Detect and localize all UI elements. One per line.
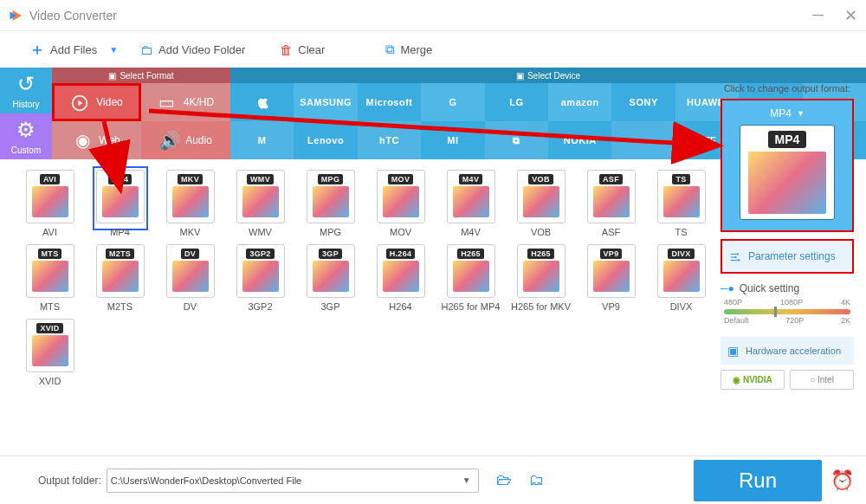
device-header-label: Select Device bbox=[527, 71, 580, 81]
format-item-avi[interactable]: AVIAVI bbox=[16, 170, 84, 237]
clear-label: Clear bbox=[298, 43, 325, 56]
format-badge: VP9 bbox=[600, 249, 623, 259]
format-file-icon: VOB bbox=[517, 170, 565, 223]
audio-category[interactable]: 🔊 Audio bbox=[141, 121, 230, 159]
slider-handle[interactable] bbox=[774, 307, 777, 317]
device-brand-Lenovo[interactable]: Lenovo bbox=[294, 121, 357, 159]
format-item-asf[interactable]: ASFASF bbox=[577, 170, 645, 237]
format-file-icon: VP9 bbox=[587, 244, 636, 298]
device-brand-MI[interactable]: MI bbox=[421, 121, 484, 159]
chip-icon: ▣ bbox=[727, 344, 739, 358]
format-item-3gp[interactable]: 3GP3GP bbox=[296, 244, 365, 312]
history-tab[interactable]: ↺ History bbox=[0, 68, 52, 113]
thumbnail-icon bbox=[593, 261, 630, 292]
format-badge: H265 bbox=[457, 249, 484, 259]
format-file-icon: DIVX bbox=[657, 244, 706, 298]
quality-bar[interactable] bbox=[724, 309, 850, 314]
format-item-mpg[interactable]: MPGMPG bbox=[296, 170, 365, 237]
device-brand-LG[interactable]: LG bbox=[485, 83, 548, 121]
format-badge: DIVX bbox=[668, 249, 694, 259]
device-brand-G[interactable]: G bbox=[421, 83, 484, 121]
intel-chip[interactable]: ○ Intel bbox=[790, 370, 854, 390]
format-file-icon: MP4 bbox=[96, 170, 145, 223]
format-item-divx[interactable]: DIVXDIVX bbox=[647, 244, 715, 312]
device-brand-⧉[interactable]: ⧉ bbox=[485, 121, 548, 159]
chevron-down-icon[interactable]: ▼ bbox=[109, 45, 118, 55]
format-item-xvid[interactable]: XVIDXVID bbox=[16, 319, 84, 386]
bottom-bar: Output folder: C:\Users\WonderFox\Deskto… bbox=[0, 456, 866, 504]
chevron-down-icon[interactable]: ▼ bbox=[459, 475, 475, 485]
hd-label: 4K/HD bbox=[184, 96, 214, 108]
quality-slider[interactable]: 480P 1080P 4K Default 720P 2K bbox=[724, 298, 850, 325]
format-item-m4v[interactable]: M4VM4V bbox=[436, 170, 505, 237]
hardware-acceleration-label: Hardware acceleration bbox=[746, 346, 841, 356]
output-format-card[interactable]: MP4 ▼ MP4 bbox=[721, 99, 854, 232]
format-file-icon: XVID bbox=[26, 319, 74, 372]
minimize-button[interactable]: ─ bbox=[812, 6, 824, 25]
main-toolbar: ＋ Add Files ▼ 🗀 Add Video Folder 🗑 Clear… bbox=[0, 31, 866, 68]
format-item-mov[interactable]: MOVMOV bbox=[366, 170, 435, 237]
format-item-h265-for-mp4[interactable]: H265H265 for MP4 bbox=[436, 244, 505, 312]
quick-setting-label: Quick setting bbox=[740, 282, 799, 294]
format-item-vob[interactable]: VOBVOB bbox=[507, 170, 575, 237]
format-item-h265-for-mkv[interactable]: H265H265 for MKV bbox=[507, 244, 575, 312]
format-badge: MP4 bbox=[108, 174, 132, 184]
device-brand-SAMSUNG[interactable]: SAMSUNG bbox=[294, 83, 357, 121]
quality-label: Default bbox=[724, 316, 749, 325]
app-title: Video Converter bbox=[29, 9, 117, 23]
device-brand-apple[interactable] bbox=[611, 121, 675, 159]
format-caption: MKV bbox=[156, 227, 224, 237]
format-file-icon: M2TS bbox=[96, 244, 145, 298]
device-brand-SONY[interactable]: SONY bbox=[611, 83, 675, 121]
format-item-wmv[interactable]: WMVWMV bbox=[226, 170, 294, 237]
format-badge: 3GP bbox=[319, 249, 342, 259]
device-header-icon: ▣ bbox=[516, 71, 524, 81]
add-folder-button[interactable]: 🗀 Add Video Folder bbox=[140, 42, 245, 57]
chevron-down-icon[interactable]: ▼ bbox=[797, 109, 805, 118]
alarm-button[interactable]: ⏰ bbox=[830, 469, 854, 492]
device-brand-M[interactable]: M bbox=[230, 121, 294, 159]
open-folder-button[interactable]: 🗁 bbox=[496, 471, 512, 489]
web-category[interactable]: ◉ Web bbox=[52, 121, 141, 159]
thumbnail-icon bbox=[32, 335, 68, 366]
merge-button[interactable]: ⧉ Merge bbox=[385, 42, 432, 57]
device-brand-Microsoft[interactable]: Microsoft bbox=[358, 83, 421, 121]
audio-label: Audio bbox=[185, 134, 212, 146]
browse-folder-button[interactable]: 🗂 bbox=[529, 471, 545, 489]
clear-button[interactable]: 🗑 Clear bbox=[280, 42, 325, 57]
format-badge: H265 bbox=[527, 249, 554, 259]
svg-point-5 bbox=[734, 256, 736, 258]
thumbnail-icon bbox=[383, 186, 419, 217]
close-button[interactable]: ✕ bbox=[844, 6, 857, 25]
format-badge: MPG bbox=[318, 174, 343, 184]
format-item-dv[interactable]: DVDV bbox=[156, 244, 224, 312]
format-item-ts[interactable]: TSTS bbox=[647, 170, 715, 237]
format-item-vp9[interactable]: VP9VP9 bbox=[577, 244, 645, 312]
device-brand-NOKIA[interactable]: NOKIA bbox=[548, 121, 611, 159]
add-files-button[interactable]: ＋ Add Files ▼ bbox=[29, 39, 118, 60]
format-item-h264[interactable]: H.264H264 bbox=[366, 244, 435, 312]
hd-category[interactable]: ▭ 4K/HD bbox=[141, 83, 230, 121]
quality-label: 2K bbox=[841, 316, 850, 325]
video-category[interactable]: Video bbox=[52, 83, 141, 121]
format-item-mts[interactable]: MTSMTS bbox=[16, 244, 84, 312]
device-brand-amazon[interactable]: amazon bbox=[548, 83, 611, 121]
thumbnail-icon bbox=[172, 186, 209, 217]
parameter-settings-button[interactable]: Parameter settings bbox=[721, 239, 854, 274]
hardware-acceleration-button[interactable]: ▣ Hardware acceleration bbox=[721, 337, 854, 365]
nvidia-chip[interactable]: ◉ NVIDIA bbox=[721, 370, 785, 390]
custom-tab[interactable]: ⚙ Custom bbox=[0, 113, 52, 159]
format-item-mkv[interactable]: MKVMKV bbox=[156, 170, 224, 237]
intel-icon: ○ bbox=[810, 375, 818, 384]
format-item-3gp2[interactable]: 3GP23GP2 bbox=[226, 244, 294, 312]
format-file-icon: DV bbox=[166, 244, 215, 298]
format-item-mp4[interactable]: MP4MP4 bbox=[86, 170, 154, 237]
hd-icon: ▭ bbox=[158, 92, 177, 113]
device-brand-apple[interactable] bbox=[230, 83, 294, 121]
run-button[interactable]: Run bbox=[694, 460, 822, 501]
thumbnail-icon bbox=[242, 186, 279, 217]
format-item-m2ts[interactable]: M2TSM2TS bbox=[86, 244, 154, 312]
format-file-icon: MTS bbox=[26, 244, 74, 298]
output-folder-field[interactable]: C:\Users\WonderFox\Desktop\Converted Fil… bbox=[107, 468, 479, 493]
device-brand-hTC[interactable]: hTC bbox=[358, 121, 421, 159]
